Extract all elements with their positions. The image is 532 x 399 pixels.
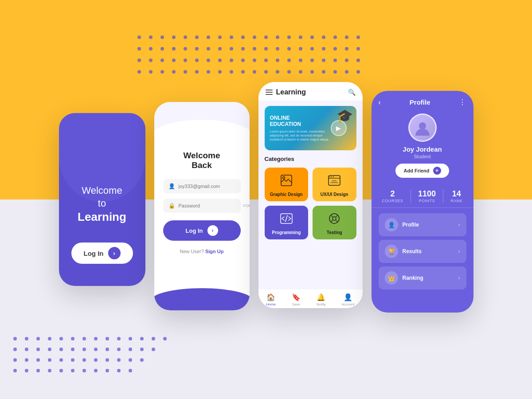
results-menu-label: Results: [403, 248, 454, 254]
rank-label: RANK: [450, 199, 462, 203]
stat-points: 1100 POINTS: [418, 189, 436, 203]
add-icon: +: [433, 167, 441, 175]
email-input[interactable]: [179, 184, 240, 189]
banner-subtitle: Lorem ipsum dolor sit amet, consectetur …: [270, 129, 331, 141]
graphic-design-icon: [280, 174, 293, 189]
account-icon: 👤: [344, 293, 352, 301]
profile-menu-icon: 👤: [385, 218, 398, 231]
add-friend-label: Add Friend: [403, 168, 429, 173]
graduation-hat-icon: 🎓: [336, 108, 353, 124]
avatar-image: [410, 115, 435, 141]
stat-divider-2: [443, 189, 443, 203]
svg-point-4: [331, 176, 332, 177]
account-label: Account: [342, 302, 355, 306]
ranking-menu-label: Ranking: [403, 275, 454, 281]
login-button-2[interactable]: Log In ›: [163, 220, 241, 241]
results-chevron-icon: ›: [458, 248, 460, 254]
ranking-menu-icon: 👑: [385, 271, 398, 285]
menu-item-ranking[interactable]: 👑 Ranking ›: [379, 266, 466, 289]
new-user-text: New User? Sign Up: [180, 249, 223, 254]
banner-title: ONLINE EDUCATION: [270, 115, 331, 128]
menu-item-profile[interactable]: 👤 Profile ›: [379, 213, 466, 236]
nav-account[interactable]: 👤 Account: [342, 293, 355, 306]
search-icon[interactable]: 🔍: [348, 89, 356, 96]
welcome-line1: Welcome: [78, 184, 126, 197]
category-ux-ui[interactable]: UX/UI Design: [313, 168, 356, 201]
courses-label: COURSES: [382, 199, 403, 203]
svg-point-1: [282, 177, 285, 179]
banner-text: ONLINE EDUCATION Lorem ipsum dolor sit a…: [270, 115, 331, 141]
points-value: 1100: [418, 189, 436, 199]
stat-rank: 14 RANK: [450, 189, 462, 203]
notify-icon: 🔔: [317, 293, 325, 301]
learning-body: ONLINE EDUCATION Lorem ipsum dolor sit a…: [258, 101, 363, 289]
header-left: Learning: [266, 88, 306, 96]
ux-ui-icon: [328, 174, 341, 189]
login-label-1: Log In: [84, 250, 104, 257]
bottom-nav: 🏠 Home 🔖 Save 🔔 Notify 👤 Account: [258, 289, 363, 308]
phones-container: Welcome to Learning Log In › Welcome Bac…: [0, 0, 532, 399]
profile-role: Student: [414, 154, 431, 159]
lock-icon: 🔒: [168, 203, 175, 209]
login-bottom-shape: [154, 288, 250, 310]
save-label: Save: [292, 302, 300, 306]
notify-label: Notify: [317, 302, 325, 306]
programming-label: Programming: [272, 230, 301, 235]
login-button-1[interactable]: Log In ›: [71, 243, 133, 264]
email-icon: 👤: [168, 183, 175, 189]
login-content: Welcome Back 👤 🔒 FORGOT? Log In › New Us…: [154, 146, 250, 279]
svg-point-5: [333, 176, 334, 177]
education-banner[interactable]: ONLINE EDUCATION Lorem ipsum dolor sit a…: [265, 106, 356, 150]
back-button[interactable]: ‹: [379, 98, 381, 106]
testing-label: Testing: [327, 230, 342, 235]
results-menu-icon: 🏆: [385, 245, 398, 258]
stat-divider-1: [411, 189, 411, 203]
login-wave-shape: [154, 120, 250, 146]
nav-home[interactable]: 🏠 Home: [266, 293, 276, 306]
password-input[interactable]: [179, 203, 240, 208]
menu-item-results[interactable]: 🏆 Results ›: [379, 240, 466, 263]
stats-row: 2 COURSES 1100 POINTS 14 RANK: [372, 185, 473, 208]
testing-icon: [328, 212, 341, 227]
nav-notify[interactable]: 🔔 Notify: [317, 293, 325, 306]
category-programming[interactable]: Programming: [265, 206, 309, 239]
arrow-icon-1: ›: [108, 247, 121, 259]
programming-icon: [280, 212, 293, 227]
category-testing[interactable]: Testing: [313, 206, 356, 239]
profile-screen: ‹ Profile ⋮ Joy Jordean Student Add Frie…: [372, 91, 473, 313]
learning-screen: Learning 🔍 ONLINE EDUCATION Lorem ipsum …: [258, 82, 363, 308]
svg-point-3: [329, 176, 330, 177]
category-graphic-design[interactable]: Graphic Design: [265, 168, 309, 201]
profile-title: Profile: [410, 98, 430, 106]
hamburger-menu[interactable]: [266, 90, 273, 95]
welcome-line2: to: [78, 197, 126, 210]
graphic-design-label: Graphic Design: [270, 192, 303, 197]
login-screen: Welcome Back 👤 🔒 FORGOT? Log In › New Us…: [154, 102, 250, 310]
home-label: Home: [266, 302, 276, 306]
categories-label: Categories: [265, 156, 356, 162]
login-label-2: Log In: [186, 227, 203, 234]
email-field-container: 👤: [163, 179, 241, 193]
more-options-button[interactable]: ⋮: [459, 98, 466, 106]
nav-save[interactable]: 🔖 Save: [292, 293, 301, 306]
home-icon: 🏠: [266, 293, 275, 301]
points-label: POINTS: [419, 199, 435, 203]
forgot-link[interactable]: FORGOT?: [243, 203, 250, 208]
arrow-icon-2: ›: [207, 225, 218, 236]
categories-grid: Graphic Design UX/UI Design: [265, 168, 356, 239]
add-friend-button[interactable]: Add Friend +: [395, 164, 449, 178]
profile-header: ‹ Profile ⋮: [372, 91, 473, 110]
welcome-line3: Learning: [78, 210, 126, 225]
avatar: [408, 113, 437, 142]
learning-header: Learning 🔍: [258, 82, 363, 101]
ranking-chevron-icon: ›: [458, 275, 460, 281]
stat-courses: 2 COURSES: [382, 189, 403, 203]
profile-menu-label: Profile: [403, 222, 454, 228]
login-title: Welcome Back: [183, 151, 220, 170]
ux-ui-label: UX/UI Design: [321, 192, 348, 197]
svg-point-7: [329, 214, 339, 223]
courses-value: 2: [391, 189, 395, 199]
svg-point-9: [419, 122, 426, 129]
login-top-wave: [154, 102, 250, 146]
signup-link[interactable]: Sign Up: [205, 249, 224, 254]
